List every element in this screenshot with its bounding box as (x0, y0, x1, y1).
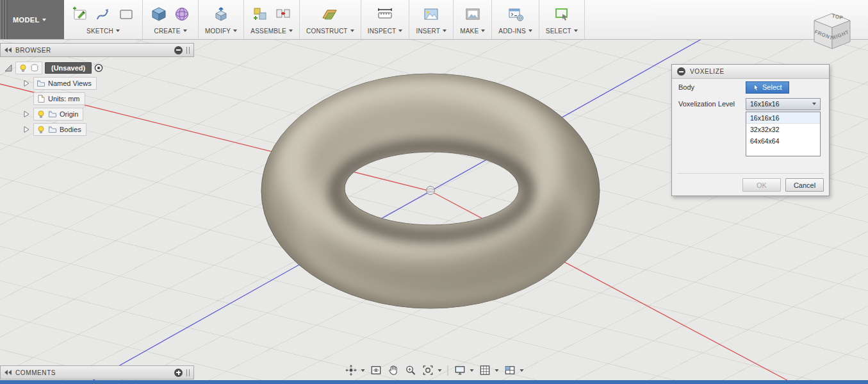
chevron-down-icon (233, 29, 237, 32)
cancel-button[interactable]: Cancel (785, 178, 824, 192)
view-cube[interactable]: TOP FRONT RIGHT (805, 5, 856, 56)
toolbar-menu-label: INSERT (416, 28, 440, 35)
visibility-bulb-icon[interactable] (37, 125, 45, 134)
select-tool-button[interactable] (552, 4, 571, 24)
toolbar-menu-insert[interactable]: INSERT (416, 26, 446, 36)
chevron-down-icon (481, 29, 485, 32)
tree-item-origin[interactable]: Origin (0, 106, 194, 122)
main-toolbar: MODEL (0, 0, 868, 40)
box-primitive-button[interactable] (149, 4, 168, 24)
toolbar-menu-label: ADD-INS (498, 28, 526, 35)
browser-header[interactable]: BROWSER (0, 43, 194, 57)
visibility-bulb-icon[interactable] (19, 63, 28, 72)
voxelize-dialog-footer: OK Cancel (677, 173, 824, 192)
comments-header[interactable]: COMMENTS (0, 365, 194, 380)
spline-icon (95, 6, 111, 22)
grid-icon (479, 364, 491, 376)
toolbar-menu-make[interactable]: MAKE (460, 26, 485, 36)
new-component-button[interactable] (250, 4, 270, 24)
insert-image-button[interactable] (422, 4, 441, 24)
workspace-switcher[interactable]: MODEL (0, 0, 64, 39)
press-pull-button[interactable] (211, 4, 231, 24)
chevron-down-icon (470, 369, 473, 372)
chevron-down-icon (520, 369, 523, 372)
tree-item-label: Units: mm (48, 95, 80, 103)
origin-marker[interactable] (427, 187, 435, 195)
visibility-bulb-icon[interactable] (37, 110, 45, 119)
create-form-button[interactable] (172, 4, 192, 24)
dropdown-value: 16x16x16 (750, 100, 780, 108)
toolbar-menu-create[interactable]: CREATE (154, 26, 186, 36)
measure-button[interactable] (375, 4, 395, 24)
tree-item-label: Named Views (48, 79, 92, 87)
rectangle-tool-button[interactable] (117, 4, 136, 24)
scripts-addins-button[interactable] (506, 4, 525, 24)
chevron-down-icon (574, 29, 578, 32)
collapsed-triangle-icon[interactable] (22, 110, 31, 119)
voxelization-level-dropdown[interactable]: 16x16x16 (746, 98, 821, 110)
viewports-button[interactable] (502, 363, 525, 378)
make-3d-print-icon (464, 6, 481, 22)
activate-radio-icon[interactable] (94, 63, 103, 72)
folder-icon (48, 110, 57, 119)
press-pull-icon (213, 6, 229, 22)
grid-settings-button[interactable] (477, 363, 500, 378)
option-32x32x32[interactable]: 32x32x32 (746, 124, 820, 135)
document-name[interactable]: (Unsaved) (45, 62, 92, 74)
box-primitive-icon (151, 6, 167, 22)
voxelize-dialog-header[interactable]: VOXELIZE (672, 65, 829, 79)
construction-plane-button[interactable] (320, 4, 340, 24)
orbit-button[interactable] (343, 363, 366, 378)
fit-button[interactable] (420, 363, 443, 378)
toolbar-menu-select[interactable]: SELECT (546, 26, 578, 36)
tree-item-label: Origin (60, 110, 78, 118)
pan-button[interactable] (385, 363, 401, 378)
dialog-title: VOXELIZE (690, 68, 725, 75)
toolbar-menu-label: CREATE (154, 28, 180, 35)
collapsed-triangle-icon[interactable] (22, 125, 31, 134)
collapse-dialog-icon[interactable] (677, 67, 685, 76)
toolbar-menu-assemble[interactable]: ASSEMBLE (250, 26, 293, 36)
toolbar-menu-label: CONSTRUCT (306, 28, 348, 35)
browser-root-row[interactable]: (Unsaved) (0, 60, 194, 76)
voxelization-level-label: Voxelization Level (678, 100, 746, 108)
toolbar-group-assemble: ASSEMBLE (244, 0, 300, 39)
collapse-comments-icon[interactable] (4, 370, 12, 375)
toolbar-menu-modify[interactable]: MODIFY (205, 26, 237, 36)
look-at-button[interactable] (368, 363, 384, 378)
toolbar-menu-addins[interactable]: ADD-INS (498, 26, 532, 36)
body-label: Body (678, 83, 746, 91)
chevron-down-icon (289, 29, 293, 32)
option-16x16x16[interactable]: 16x16x16 (746, 112, 820, 124)
toolbar-group-sketch: SKETCH (64, 0, 143, 39)
toolbar-menu-sketch[interactable]: SKETCH (86, 26, 120, 36)
comments-grip[interactable] (186, 369, 190, 376)
collapsed-triangle-icon[interactable] (22, 79, 31, 88)
display-settings-button[interactable] (452, 363, 475, 378)
tree-item-named-views[interactable]: Named Views (0, 76, 194, 91)
voxelize-dialog-body: Body Select Voxelization Level 16x16x16 (672, 79, 829, 112)
toolbar-menu-construct[interactable]: CONSTRUCT (306, 26, 354, 36)
look-at-icon (370, 364, 382, 376)
minimize-browser-button[interactable] (174, 46, 183, 54)
toolbar-menu-inspect[interactable]: INSPECT (368, 26, 403, 36)
create-sketch-icon (72, 6, 88, 22)
navbar-separator (447, 365, 448, 376)
joint-button[interactable] (274, 4, 293, 24)
units-document-icon (37, 94, 45, 103)
form-sphere-icon (174, 6, 190, 22)
expanded-triangle-icon[interactable] (4, 63, 13, 72)
browser-grip[interactable] (186, 47, 190, 54)
make-button[interactable] (463, 4, 482, 24)
option-64x64x64[interactable]: 64x64x64 (746, 135, 820, 147)
create-sketch-button[interactable] (70, 4, 90, 24)
tree-item-bodies[interactable]: Bodies (0, 122, 194, 137)
ok-button[interactable]: OK (742, 178, 781, 192)
collapse-browser-icon[interactable] (4, 47, 12, 53)
zoom-button[interactable] (402, 363, 418, 378)
add-comment-button[interactable] (174, 369, 183, 377)
body-select-button[interactable]: Select (746, 81, 789, 94)
two-point-rectangle-icon (118, 6, 135, 22)
spline-tool-button[interactable] (94, 4, 113, 24)
tree-item-units[interactable]: Units: mm (0, 91, 194, 106)
